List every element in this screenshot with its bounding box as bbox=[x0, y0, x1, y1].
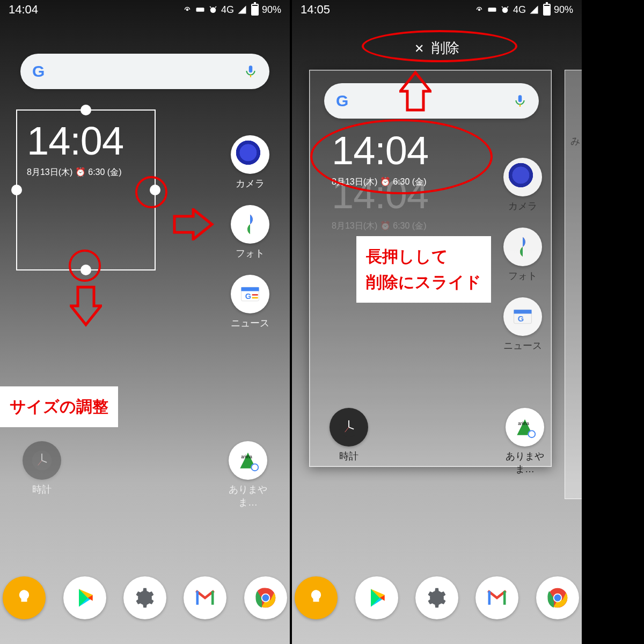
svg-point-46 bbox=[554, 595, 561, 602]
svg-rect-26 bbox=[488, 8, 496, 12]
status-time: 14:04 bbox=[9, 3, 38, 17]
app-column: カメラ フォト G ニュース bbox=[496, 158, 550, 367]
app-column: カメラ フォト G ニュース bbox=[223, 135, 277, 345]
app-camera-label: カメラ bbox=[496, 200, 550, 213]
annotation-arrow-down bbox=[70, 284, 102, 327]
app-news-label: ニュース bbox=[223, 317, 277, 330]
analog-clock-icon bbox=[23, 441, 61, 480]
google-search-bar[interactable]: G bbox=[324, 83, 539, 119]
svg-text:arima: arima bbox=[241, 455, 252, 459]
dock bbox=[0, 576, 290, 623]
vr-icon bbox=[195, 5, 205, 14]
annotation-circle-right-handle bbox=[135, 176, 167, 208]
svg-rect-19 bbox=[196, 591, 199, 605]
signal-icon bbox=[237, 5, 247, 14]
google-g-icon: G bbox=[32, 62, 45, 80]
ghost-date: 8月13日(木) ⏰ 6:30 (金) bbox=[332, 221, 428, 232]
status-time: 14:05 bbox=[301, 3, 330, 17]
alarm-icon bbox=[500, 5, 510, 14]
annotation-circle-delete bbox=[362, 30, 517, 62]
home-row: 時計 arima ありまやま… bbox=[292, 408, 582, 475]
dock-keep[interactable] bbox=[3, 576, 46, 619]
svg-rect-1 bbox=[196, 8, 204, 12]
dock-chrome[interactable] bbox=[244, 576, 287, 619]
dock-gmail[interactable] bbox=[184, 576, 226, 619]
app-news-label: ニュース bbox=[496, 339, 550, 352]
vr-icon bbox=[487, 5, 497, 14]
app-analog-clock[interactable]: 時計 bbox=[322, 408, 376, 475]
hotspot-icon bbox=[474, 5, 484, 14]
app-arima-shortcut[interactable]: arima ありまやま… bbox=[498, 408, 552, 475]
app-camera[interactable]: カメラ bbox=[496, 158, 550, 213]
photos-icon bbox=[503, 228, 542, 266]
dock-gmail[interactable] bbox=[475, 576, 518, 619]
status-bar: 14:04 4G 90% bbox=[0, 0, 290, 19]
dock-play[interactable] bbox=[355, 576, 398, 619]
app-analog-clock[interactable]: 時計 bbox=[15, 441, 69, 509]
arima-label: ありまやま… bbox=[221, 483, 275, 509]
dock-keep[interactable] bbox=[295, 576, 338, 619]
analog-clock-label: 時計 bbox=[15, 483, 69, 496]
svg-rect-42 bbox=[488, 591, 491, 605]
clock-widget[interactable]: 14:04 8月13日(木) ⏰ 6:30 (金) bbox=[27, 118, 123, 178]
dock-settings[interactable] bbox=[415, 576, 458, 619]
annotation-circle-bottom-handle bbox=[69, 250, 101, 282]
app-photos-label: フォト bbox=[496, 269, 550, 282]
resize-handle-top[interactable] bbox=[80, 105, 91, 115]
alarm-icon bbox=[208, 5, 218, 14]
annotation-arrow-right bbox=[172, 208, 215, 240]
battery-pct: 90% bbox=[262, 4, 281, 16]
svg-text:G: G bbox=[245, 292, 251, 301]
signal-icon bbox=[529, 5, 539, 14]
app-photos-label: フォト bbox=[223, 247, 277, 260]
dock bbox=[292, 576, 582, 623]
battery-icon bbox=[251, 4, 259, 16]
arima-icon: arima bbox=[506, 408, 544, 447]
battery-pct: 90% bbox=[554, 4, 573, 16]
peek-label: み bbox=[570, 136, 580, 147]
clock-time: 14:04 bbox=[27, 118, 123, 164]
analog-clock-label: 時計 bbox=[322, 450, 376, 463]
app-camera[interactable]: カメラ bbox=[223, 135, 277, 190]
svg-rect-6 bbox=[241, 287, 259, 291]
arima-icon: arima bbox=[229, 441, 267, 480]
dock-play[interactable] bbox=[63, 576, 106, 619]
status-icons: 4G 90% bbox=[474, 4, 573, 16]
status-icons: 4G 90% bbox=[182, 4, 281, 16]
news-icon: G bbox=[231, 275, 269, 313]
mic-icon[interactable] bbox=[513, 94, 527, 108]
app-arima-shortcut[interactable]: arima ありまやま… bbox=[221, 441, 275, 509]
svg-rect-43 bbox=[503, 591, 506, 605]
resize-handle-left[interactable] bbox=[11, 185, 22, 195]
camera-icon bbox=[503, 158, 542, 196]
dock-chrome[interactable] bbox=[536, 576, 579, 619]
svg-rect-31 bbox=[514, 310, 532, 313]
battery-icon bbox=[543, 4, 551, 16]
svg-point-25 bbox=[478, 9, 481, 11]
google-search-bar[interactable]: G bbox=[20, 54, 269, 89]
mic-icon[interactable] bbox=[244, 64, 258, 78]
network-label: 4G bbox=[221, 4, 234, 16]
status-bar: 14:05 4G 90% bbox=[292, 0, 582, 19]
camera-icon bbox=[231, 135, 269, 174]
svg-point-2 bbox=[210, 8, 216, 13]
svg-point-0 bbox=[186, 9, 189, 11]
svg-rect-8 bbox=[252, 294, 258, 296]
google-g-icon: G bbox=[336, 92, 348, 110]
dock-settings[interactable] bbox=[123, 576, 166, 619]
app-photos[interactable]: フォト bbox=[223, 205, 277, 260]
svg-rect-28 bbox=[518, 95, 522, 102]
hotspot-icon bbox=[182, 5, 192, 14]
svg-text:arima: arima bbox=[518, 421, 529, 426]
svg-rect-3 bbox=[249, 65, 253, 72]
app-news[interactable]: G ニュース bbox=[496, 297, 550, 352]
annotation-text-left: サイズの調整 bbox=[0, 386, 118, 427]
app-photos[interactable]: フォト bbox=[496, 228, 550, 282]
annotation-arrow-up bbox=[399, 70, 431, 113]
screenshot-right: 14:05 4G 90% ✕ 削除 み G 14:04 8月13日(木) ⏰ 6… bbox=[292, 0, 582, 644]
arima-label: ありまやま… bbox=[498, 450, 552, 475]
annotation-circle-clock bbox=[310, 119, 493, 194]
svg-rect-20 bbox=[211, 591, 214, 605]
app-news[interactable]: G ニュース bbox=[223, 275, 277, 330]
photos-icon bbox=[231, 205, 269, 244]
